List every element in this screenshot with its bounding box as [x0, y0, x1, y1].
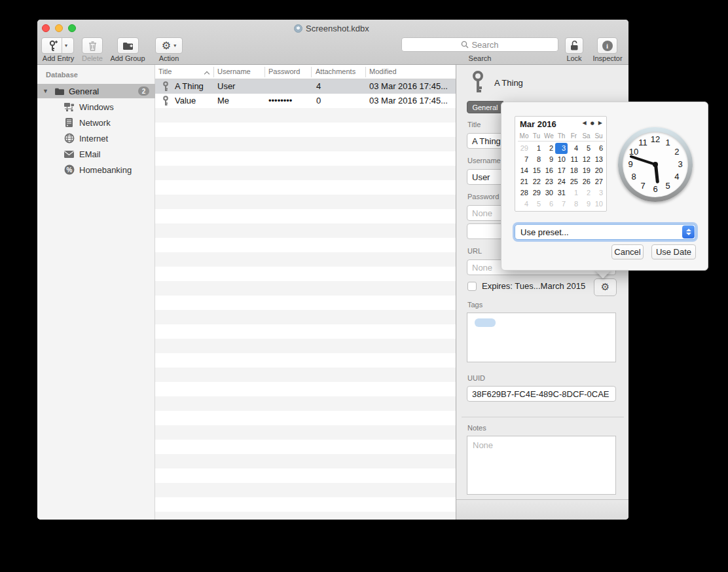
column-header-attachments[interactable]: Attachments [316, 67, 355, 75]
calendar-today-button[interactable]: ● [591, 121, 594, 126]
entry-table-body[interactable]: A ThingUser403 Mar 2016 17:45...ValueMe•… [155, 79, 456, 520]
column-header-username[interactable]: Username [217, 67, 251, 75]
calendar-day[interactable]: 18 [568, 165, 580, 176]
calendar-day[interactable]: 27 [592, 176, 605, 187]
table-row[interactable]: A ThingUser403 Mar 2016 17:45... [155, 79, 456, 94]
tab-general[interactable]: General [467, 101, 503, 113]
calendar-day[interactable]: 14 [518, 165, 530, 176]
zoom-window-button[interactable] [68, 24, 76, 32]
column-separator [213, 67, 214, 77]
calendar-day[interactable]: 2 [543, 143, 555, 154]
calendar-day[interactable]: 19 [580, 165, 592, 176]
calendar-day[interactable]: 8 [568, 199, 580, 210]
calendar-next-button[interactable]: ▶ [598, 121, 602, 126]
calendar-day[interactable]: 5 [530, 199, 543, 210]
calendar-day[interactable]: 28 [518, 187, 530, 199]
calendar-day[interactable]: 1 [568, 187, 580, 199]
add-group-label: Add Group [108, 54, 147, 62]
calendar-day[interactable]: 6 [592, 143, 605, 154]
calendar-day[interactable]: 10 [592, 199, 605, 210]
inspector-label: Inspector [589, 54, 627, 62]
inspector-footer [456, 499, 628, 520]
key-plus-icon [48, 40, 58, 52]
calendar-day[interactable]: 4 [568, 143, 580, 154]
add-entry-button[interactable]: ▾ [41, 37, 74, 54]
minimize-window-button[interactable] [55, 24, 63, 32]
calendar-day[interactable]: 1 [530, 143, 543, 154]
sidebar-item-internet[interactable]: Internet [37, 130, 155, 146]
expires-presets-button[interactable]: ⚙ [594, 278, 617, 296]
delete-button[interactable] [82, 37, 103, 54]
column-header-password[interactable]: Password [268, 67, 300, 75]
cell-modified: 03 Mar 2016 17:45... [369, 96, 448, 105]
calendar-day[interactable]: 3 [592, 187, 605, 199]
calendar-day[interactable]: 16 [543, 165, 555, 176]
cell-title: Value [175, 96, 196, 105]
use-date-button[interactable]: Use Date [651, 244, 696, 259]
calendar-day[interactable]: 17 [555, 165, 568, 176]
calendar-day[interactable]: 31 [555, 187, 568, 199]
cancel-button[interactable]: Cancel [611, 244, 644, 259]
window-title: Screenshot.kdbx [294, 23, 369, 33]
calendar-day[interactable]: 7 [555, 199, 568, 210]
calendar-day[interactable]: 9 [580, 199, 592, 210]
calendar-day[interactable]: 11 [568, 154, 580, 165]
calendar-prev-button[interactable]: ◀ [583, 121, 587, 126]
lock-button[interactable] [565, 37, 583, 54]
sidebar-item-network[interactable]: Network [37, 115, 155, 130]
calendar-day[interactable]: 9 [543, 154, 555, 165]
segment-divider [62, 38, 62, 53]
sidebar-item-homebanking[interactable]: %Homebanking [37, 162, 155, 178]
calendar-day[interactable]: 26 [580, 176, 592, 187]
sidebar-item-label: General [69, 86, 99, 96]
notes-box[interactable]: None [467, 436, 616, 495]
tag-pill[interactable] [475, 318, 496, 327]
expires-checkbox[interactable] [467, 282, 477, 291]
calendar-day[interactable]: 29 [530, 187, 543, 199]
calendar-day[interactable]: 24 [555, 176, 568, 187]
inspector-button[interactable]: i [597, 37, 617, 54]
table-row[interactable]: ValueMe••••••••003 Mar 2016 17:45... [155, 94, 456, 108]
search-icon [461, 41, 469, 48]
sidebar: Database ▼ General 2 WindowsNetworkInter… [37, 65, 155, 520]
calendar-day[interactable]: 23 [543, 176, 555, 187]
calendar-day[interactable]: 21 [518, 176, 530, 187]
calendar-day[interactable]: 2 [580, 187, 592, 199]
calendar-day[interactable]: 15 [530, 165, 543, 176]
hour-hand[interactable] [654, 164, 659, 183]
chevron-down-icon: ▾ [173, 43, 176, 48]
calendar-day[interactable]: 6 [543, 199, 555, 210]
sidebar-item-windows[interactable]: Windows [37, 99, 155, 115]
disclosure-triangle-icon[interactable]: ▼ [43, 88, 52, 94]
calendar-day[interactable]: 25 [568, 176, 580, 187]
sidebar-item-general[interactable]: ▼ General 2 [37, 84, 155, 98]
calendar-day[interactable]: 13 [592, 154, 605, 165]
add-group-button[interactable] [117, 37, 139, 54]
preset-select[interactable]: Use preset... [515, 224, 696, 240]
action-button[interactable]: ⚙ ▾ [155, 37, 183, 54]
calendar-day[interactable]: 10 [555, 154, 568, 165]
column-header-modified[interactable]: Modified [369, 67, 397, 75]
uuid-field[interactable]: 38F629B7-FC4E-489C-8DCF-0CAE [467, 386, 616, 402]
search-input[interactable]: Search [401, 37, 558, 52]
close-window-button[interactable] [42, 24, 50, 32]
calendar-day[interactable]: 8 [530, 154, 543, 165]
calendar-day[interactable]: 30 [543, 187, 555, 199]
tags-box[interactable] [467, 313, 616, 362]
clock-number: 12 [650, 134, 661, 145]
calendar-day-grid[interactable]: 2912345678910111213141516171819202122232… [518, 143, 605, 210]
sidebar-item-email[interactable]: EMail [37, 146, 155, 162]
key-icon [471, 71, 485, 94]
chevron-down-icon[interactable]: ▾ [65, 43, 67, 48]
calendar-day[interactable]: 3 [555, 143, 568, 154]
calendar-day[interactable]: 5 [580, 143, 592, 154]
calendar-day[interactable]: 20 [592, 165, 605, 176]
column-header-title[interactable]: Title [158, 67, 172, 75]
calendar-day[interactable]: 29 [518, 143, 530, 154]
calendar-day[interactable]: 22 [530, 176, 543, 187]
cell-attachments: 0 [316, 96, 321, 105]
calendar-day[interactable]: 12 [580, 154, 592, 165]
cell-password: •••••••• [268, 96, 292, 105]
calendar-day[interactable]: 4 [518, 199, 530, 210]
calendar-day[interactable]: 7 [518, 154, 530, 165]
